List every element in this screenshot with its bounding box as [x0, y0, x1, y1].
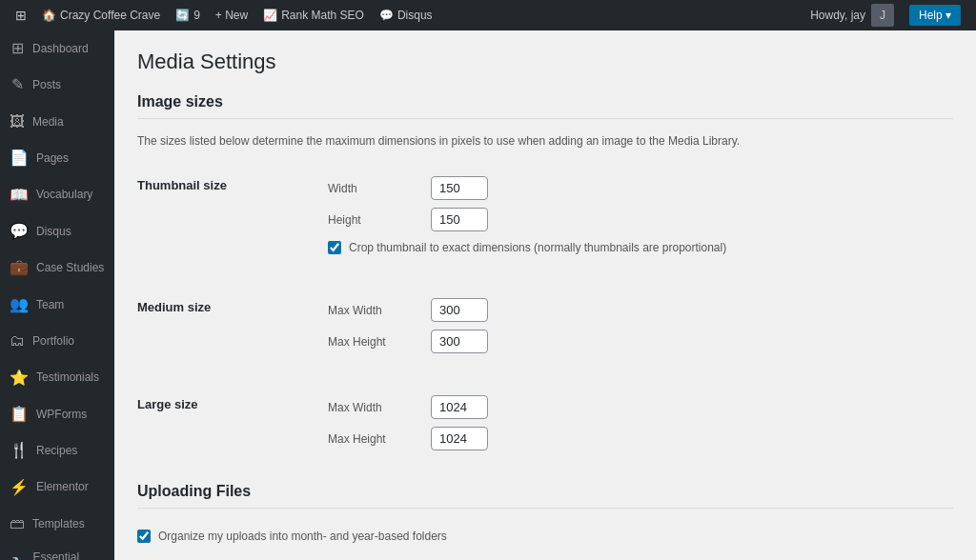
organize-uploads-checkbox[interactable]: [137, 530, 151, 543]
large-height-input[interactable]: [431, 427, 488, 450]
sidebar-item-media[interactable]: 🖼 Media: [0, 104, 114, 140]
thumbnail-size-label: Thumbnail size: [137, 167, 328, 266]
essential-addons-icon: 🔧: [10, 555, 25, 560]
thumbnail-width-input[interactable]: [431, 176, 488, 200]
image-sizes-desc: The sizes listed below determine the max…: [137, 134, 953, 148]
rank-math-icon: 📈: [263, 9, 277, 22]
sidebar-item-label: Vocabulary: [36, 187, 92, 203]
thumbnail-crop-checkbox[interactable]: [328, 241, 341, 254]
updates-count: 9: [193, 9, 200, 22]
sidebar-item-label: Recipes: [36, 443, 77, 459]
large-size-row: Large size Max Width Max Height: [137, 386, 953, 460]
posts-icon: ✎: [10, 74, 25, 95]
medium-width-input[interactable]: [431, 298, 488, 322]
sidebar-item-label: Dashboard: [32, 41, 89, 57]
sidebar-item-vocabulary[interactable]: 📖 Vocabulary: [0, 177, 114, 213]
wpforms-icon: 📋: [10, 404, 29, 425]
sidebar-item-dashboard[interactable]: ⊞ Dashboard: [0, 30, 114, 67]
sidebar-item-portfolio[interactable]: 🗂 Portfolio: [0, 323, 114, 359]
sidebar-item-templates[interactable]: 🗃 Templates: [0, 506, 114, 542]
sidebar-item-disqus[interactable]: 💬 Disqus: [0, 213, 114, 250]
large-height-label: Max Height: [328, 432, 423, 446]
vocabulary-icon: 📖: [10, 185, 29, 206]
medium-size-table: Medium size Max Width Max Height: [137, 289, 953, 363]
templates-icon: 🗃: [10, 513, 25, 534]
elementor-icon: ⚡: [10, 477, 29, 498]
howdy-section: Howdy, jay J: [803, 0, 902, 30]
sidebar-item-testimonials[interactable]: ⭐ Testimonials: [0, 360, 114, 396]
rank-math-bar[interactable]: 📈 Rank Math SEO: [255, 0, 372, 30]
sidebar-item-label: Team: [36, 297, 64, 313]
thumbnail-height-input[interactable]: [431, 208, 488, 231]
sidebar-item-elementor[interactable]: ⚡ Elementor: [0, 470, 114, 506]
howdy-text: Howdy, jay: [810, 9, 865, 22]
medium-size-row: Medium size Max Width Max Height: [137, 289, 953, 363]
sidebar-item-label: WPForms: [36, 407, 87, 423]
new-label: + New: [215, 9, 248, 22]
main-wrapper: ⊞ Dashboard ✎ Posts 🖼 Media 📄 Pages 📖 Vo…: [0, 30, 976, 560]
disqus-icon: 💬: [379, 9, 394, 22]
large-size-fields: Max Width Max Height: [328, 386, 953, 460]
organize-uploads-row: Organize my uploads into month- and year…: [137, 524, 953, 549]
large-size-table: Large size Max Width Max Height: [137, 386, 953, 460]
dashboard-icon: ⊞: [10, 38, 25, 59]
site-name-bar[interactable]: 🏠 Crazy Coffee Crave: [34, 0, 168, 30]
sidebar-item-pages[interactable]: 📄 Pages: [0, 140, 114, 176]
sidebar-item-label: Case Studies: [36, 260, 104, 276]
sidebar-item-wpforms[interactable]: 📋 WPForms: [0, 396, 114, 432]
portfolio-icon: 🗂: [10, 330, 25, 351]
sidebar-item-posts[interactable]: ✎ Posts: [0, 67, 114, 103]
site-name-label: Crazy Coffee Crave: [60, 9, 160, 22]
help-button[interactable]: Help ▾: [909, 5, 961, 26]
medium-size-label: Medium size: [137, 289, 328, 363]
new-content-bar[interactable]: + New: [208, 0, 255, 30]
case-studies-icon: 💼: [10, 257, 29, 278]
home-icon: 🏠: [42, 9, 56, 22]
sidebar-item-case-studies[interactable]: 💼 Case Studies: [0, 250, 114, 286]
thumbnail-height-row: Height: [328, 204, 953, 235]
organize-uploads-label: Organize my uploads into month- and year…: [158, 530, 447, 543]
team-icon: 👥: [10, 294, 29, 315]
large-width-input[interactable]: [431, 395, 488, 419]
help-label: Help ▾: [919, 9, 951, 22]
adminbar-right: Howdy, jay J Help ▾: [803, 0, 968, 30]
rank-math-label: Rank Math SEO: [281, 9, 364, 22]
medium-height-input[interactable]: [431, 330, 488, 353]
medium-height-row: Max Height: [328, 326, 953, 357]
thumbnail-width-label: Width: [328, 182, 423, 195]
sidebar-item-label: Pages: [36, 150, 69, 167]
sidebar-item-label: Media: [32, 114, 64, 130]
thumbnail-crop-label: Crop thumbnail to exact dimensions (norm…: [349, 241, 726, 254]
pages-icon: 📄: [10, 148, 29, 169]
user-avatar: J: [871, 4, 894, 27]
updates-bar[interactable]: 🔄 9: [168, 0, 208, 30]
wp-logo[interactable]: ⊞: [8, 0, 34, 30]
sidebar-item-label: Posts: [32, 77, 61, 93]
page-title: Media Settings: [137, 50, 953, 74]
medium-width-label: Max Width: [328, 304, 423, 317]
sidebar-item-label: Portfolio: [32, 333, 74, 350]
medium-size-fields: Max Width Max Height: [328, 289, 953, 363]
main-content: Media Settings Image sizes The sizes lis…: [114, 30, 976, 560]
disqus-icon: 💬: [10, 221, 29, 242]
testimonials-icon: ⭐: [10, 368, 29, 389]
sidebar-item-essential-addons[interactable]: 🔧 Essential Addons: [0, 542, 114, 560]
large-size-label: Large size: [137, 386, 328, 460]
sidebar-item-label: Templates: [32, 516, 85, 532]
disqus-bar[interactable]: 💬 Disqus: [372, 0, 440, 30]
thumbnail-height-label: Height: [328, 213, 423, 227]
thumbnail-size-fields: Width Height Crop thumbnail to exact dim…: [328, 167, 953, 266]
sidebar-item-label: Testimonials: [36, 370, 99, 386]
sidebar: ⊞ Dashboard ✎ Posts 🖼 Media 📄 Pages 📖 Vo…: [0, 30, 114, 560]
sidebar-item-recipes[interactable]: 🍴 Recipes: [0, 432, 114, 469]
media-icon: 🖼: [10, 111, 25, 132]
sidebar-item-label: Disqus: [36, 224, 71, 240]
section-divider: [137, 118, 953, 119]
image-sizes-section: Image sizes The sizes listed below deter…: [137, 93, 953, 460]
uploading-files-section: Uploading Files Organize my uploads into…: [137, 483, 953, 549]
sidebar-item-label: Elementor: [36, 479, 89, 495]
sidebar-item-team[interactable]: 👥 Team: [0, 287, 114, 323]
medium-width-row: Max Width: [328, 294, 953, 326]
large-height-row: Max Height: [328, 423, 953, 454]
sidebar-item-label: Essential Addons: [32, 550, 105, 560]
